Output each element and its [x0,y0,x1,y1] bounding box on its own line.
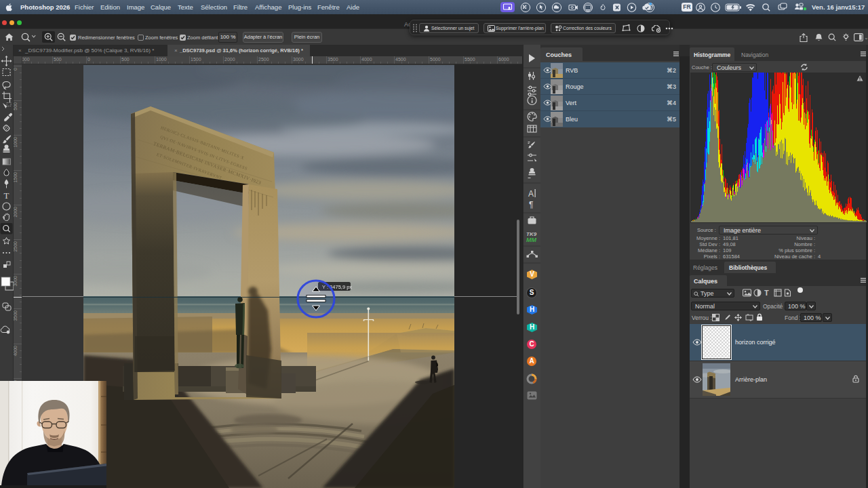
svg-text:MM: MM [526,237,536,243]
svg-text:T: T [4,190,9,201]
svg-text:A: A [528,189,534,199]
svg-text:¶: ¶ [529,200,533,209]
